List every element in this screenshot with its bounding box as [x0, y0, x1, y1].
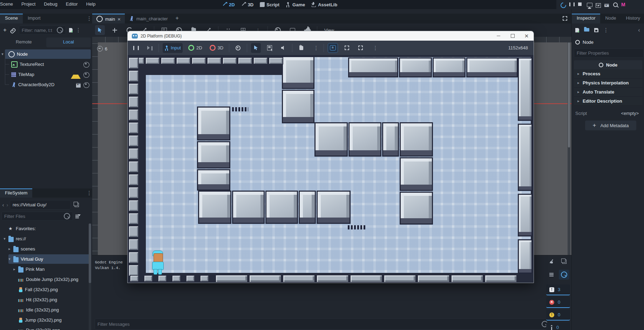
resource-menu-icon[interactable]: ⋮	[603, 27, 606, 33]
scene-node-node[interactable]: ▾Node	[0, 49, 92, 59]
fs-item-res-[interactable]: ▾res://	[0, 234, 92, 244]
collapse-dock-icon[interactable]: ‹	[637, 27, 641, 33]
minimize-button[interactable]	[492, 31, 506, 41]
fs-item-virtual-guy[interactable]: ▾Virtual Guy	[0, 254, 92, 264]
game-canvas[interactable]	[128, 55, 534, 283]
zoom-out-icon[interactable]	[97, 46, 103, 51]
collapse-caret-icon[interactable]: ▾	[1, 52, 4, 56]
split-view-icon[interactable]	[74, 202, 79, 207]
play-scene-icon[interactable]	[595, 2, 601, 7]
warning-icon[interactable]	[71, 70, 81, 79]
visibility-toggle-icon[interactable]	[83, 72, 89, 78]
scene-node-tilemap[interactable]: TileMap	[0, 69, 92, 80]
fs-item-idle-32x32-png[interactable]: Idle (32x32).png	[0, 305, 92, 315]
mode-2d[interactable]: 2D	[221, 2, 236, 7]
new-scene-tab-button[interactable]: +	[172, 14, 182, 23]
game-debug-window[interactable]: 2D Platform (DEBUG) ✕ Input 2D 3D	[127, 31, 534, 283]
tab-node[interactable]: Node	[600, 14, 621, 23]
mode-script[interactable]: Script	[258, 2, 281, 7]
scene-instance-icon[interactable]	[76, 83, 81, 88]
local-tab[interactable]: Local	[46, 37, 91, 47]
caret-icon[interactable]: ▸	[13, 267, 16, 271]
touch-emulation-icon[interactable]	[296, 43, 306, 53]
audio-icon[interactable]	[278, 43, 288, 53]
tab-history[interactable]: History	[621, 14, 644, 23]
fs-filter-input[interactable]: Filter Files	[1, 212, 73, 221]
attach-script-icon[interactable]	[69, 28, 73, 33]
scene-node-characterbody2d[interactable]: CharacterBody2D	[0, 80, 92, 90]
menu-debug[interactable]: Debug	[40, 0, 61, 8]
mode-2d-button[interactable]: 2D	[187, 43, 204, 53]
tab-scene[interactable]: Scene	[0, 14, 23, 23]
add-node-icon[interactable]: +	[3, 27, 7, 33]
input-mode-button[interactable]: Input	[163, 43, 183, 53]
visibility-toggle-icon[interactable]	[83, 62, 89, 68]
tab-inspector[interactable]: Inspector	[572, 14, 600, 23]
sort-files-icon[interactable]	[75, 214, 79, 218]
close-button[interactable]: ✕	[520, 31, 534, 41]
play-custom-scene-icon[interactable]	[604, 2, 609, 7]
new-resource-icon[interactable]	[575, 28, 579, 33]
caret-icon[interactable]: ▾	[8, 257, 11, 261]
fs-item-jump-32x32-png[interactable]: Jump (32x32).png	[0, 315, 92, 325]
add-metadata-button[interactable]: + Add Metadata	[585, 121, 636, 130]
group-physics-interpolation[interactable]: ▸Physics Interpolation	[574, 78, 642, 88]
save-resource-icon[interactable]	[594, 28, 598, 32]
tab-main_character[interactable]: main_character	[125, 14, 172, 23]
scene-filter-input[interactable]: Filter: name, t:t	[19, 26, 66, 35]
pause-icon[interactable]	[569, 2, 574, 7]
search-output-button[interactable]	[559, 270, 569, 280]
move-tool-icon[interactable]	[110, 25, 120, 35]
warnings-filter-badge[interactable]: 0	[546, 310, 570, 321]
menu-project[interactable]: Project	[17, 0, 40, 8]
distraction-free-icon[interactable]	[563, 16, 567, 21]
remote-debug-icon[interactable]	[586, 2, 592, 7]
dock-menu-icon[interactable]: ⋮	[87, 16, 89, 21]
remote-tab[interactable]: Remote	[1, 37, 46, 47]
pause-icon[interactable]	[131, 43, 141, 53]
info-filter-badge[interactable]: 0	[546, 322, 570, 330]
group-editor-description[interactable]: ▸Editor Description	[574, 97, 642, 106]
mode-game[interactable]: Game	[284, 2, 306, 7]
filter-properties-input[interactable]: Filter Properties	[574, 48, 644, 58]
group-process[interactable]: ▸Process	[574, 69, 642, 78]
inspector-section-header[interactable]: Node	[574, 60, 642, 69]
forward-icon[interactable]: ›	[6, 202, 9, 208]
script-value[interactable]: <empty>	[621, 111, 639, 116]
caret-icon[interactable]: ▾	[3, 236, 6, 241]
fit-window-icon[interactable]	[342, 43, 352, 53]
stop-icon[interactable]	[577, 2, 583, 7]
fs-scrollbar[interactable]	[89, 224, 91, 330]
camera-override-icon[interactable]	[233, 43, 243, 53]
extra-menu-icon[interactable]: ⋮	[369, 43, 379, 53]
mode-assetlib[interactable]: AssetLib	[310, 2, 339, 7]
fs-item-favorites-[interactable]: ★Favorites:	[0, 224, 92, 234]
select-mode-icon[interactable]	[251, 43, 261, 53]
menu-editor[interactable]: Editor	[62, 0, 82, 8]
movie-maker-icon[interactable]	[612, 2, 618, 7]
tab-filesystem[interactable]: FileSystem	[0, 188, 32, 198]
instance-scene-icon[interactable]	[10, 27, 16, 33]
copy-output-button[interactable]	[559, 256, 569, 266]
visibility-toggle-icon[interactable]	[83, 82, 89, 88]
back-icon[interactable]: ‹	[1, 202, 5, 208]
menu-help[interactable]: Help	[82, 0, 100, 8]
dock-menu-icon[interactable]: ⋮	[87, 190, 89, 196]
select-tool-icon[interactable]	[95, 25, 105, 35]
game-window-titlebar[interactable]: 2D Platform (DEBUG) ✕	[128, 31, 534, 41]
caret-icon[interactable]: ▸	[8, 247, 11, 251]
fullscreen-icon[interactable]	[355, 43, 365, 53]
zoom-controls[interactable]: 6	[97, 46, 107, 51]
fs-item-scenes[interactable]: ▸scenes	[0, 244, 92, 254]
clear-output-button[interactable]	[546, 256, 557, 266]
close-tab-icon[interactable]: ×	[117, 16, 121, 22]
embed-options-icon[interactable]	[328, 43, 338, 53]
messages-filter-badge[interactable]: 3	[546, 284, 570, 295]
replay-icon[interactable]	[560, 2, 565, 7]
load-resource-icon[interactable]	[584, 28, 589, 32]
output-filter-input[interactable]: Filter Messages	[95, 318, 551, 330]
fs-item-hit-32x32-png[interactable]: Hit (32x32).png	[0, 295, 92, 305]
menu-scene[interactable]: Scene	[0, 0, 17, 8]
errors-filter-badge[interactable]: 0	[546, 297, 570, 308]
collapse-output-button[interactable]	[546, 270, 557, 280]
